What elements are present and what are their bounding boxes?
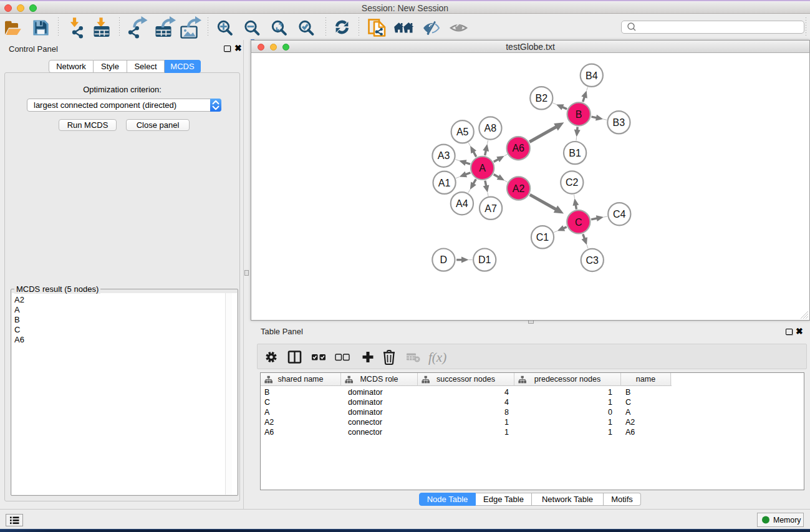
svg-text:C3: C3 bbox=[586, 255, 599, 266]
svg-text:f(x): f(x) bbox=[428, 350, 446, 365]
svg-text:B2: B2 bbox=[536, 93, 548, 104]
svg-text:A7: A7 bbox=[485, 203, 497, 214]
svg-text:Memory: Memory bbox=[773, 516, 801, 525]
svg-text:A8: A8 bbox=[485, 123, 497, 133]
svg-text:B4: B4 bbox=[586, 70, 598, 81]
svg-text:B3: B3 bbox=[613, 117, 625, 128]
svg-text:C1: C1 bbox=[536, 232, 549, 243]
svg-text:A6: A6 bbox=[512, 143, 524, 153]
svg-text:A2: A2 bbox=[513, 183, 525, 194]
svg-text:A5: A5 bbox=[456, 127, 469, 137]
svg-text:A: A bbox=[479, 163, 486, 173]
svg-text:C: C bbox=[575, 217, 582, 228]
svg-text:C2: C2 bbox=[566, 177, 579, 188]
svg-text:D: D bbox=[440, 254, 448, 265]
svg-text:C4: C4 bbox=[613, 209, 626, 220]
svg-text:D1: D1 bbox=[478, 254, 491, 265]
svg-text:A1: A1 bbox=[438, 178, 451, 188]
svg-text:B1: B1 bbox=[569, 148, 581, 158]
svg-text:B: B bbox=[576, 109, 582, 120]
svg-text:A3: A3 bbox=[438, 150, 450, 161]
svg-text:A4: A4 bbox=[456, 198, 468, 209]
